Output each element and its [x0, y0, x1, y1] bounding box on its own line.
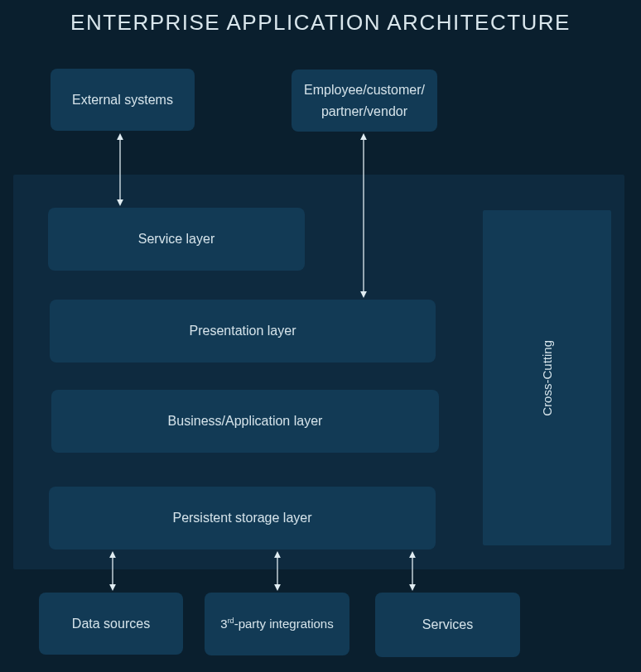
box-stakeholders: Employee/customer/ partner/vendor: [292, 70, 437, 132]
box-services: Services: [375, 593, 520, 657]
box-persistent-layer: Persistent storage layer: [49, 487, 436, 550]
label-presentation-layer: Presentation layer: [190, 320, 296, 342]
label-external-systems: External systems: [72, 89, 173, 111]
label-persistent-layer: Persistent storage layer: [172, 507, 311, 529]
box-service-layer: Service layer: [48, 208, 305, 271]
label-data-sources: Data sources: [72, 613, 150, 635]
box-third-party: 3rd-party integrations: [205, 593, 349, 655]
box-data-sources: Data sources: [39, 593, 183, 655]
box-external-systems: External systems: [51, 69, 195, 131]
label-service-layer: Service layer: [138, 228, 214, 250]
label-business-layer: Business/Application layer: [168, 410, 323, 432]
label-third-party: 3rd-party integrations: [220, 614, 333, 634]
label-stakeholders: Employee/customer/ partner/vendor: [304, 79, 425, 122]
box-business-layer: Business/Application layer: [51, 390, 439, 453]
diagram-title: ENTERPRISE APPLICATION ARCHITECTURE: [0, 10, 641, 36]
box-presentation-layer: Presentation layer: [50, 300, 436, 362]
label-services: Services: [422, 614, 473, 636]
label-cross-cutting: Cross-Cutting: [537, 340, 557, 416]
box-cross-cutting: Cross-Cutting: [483, 210, 611, 545]
